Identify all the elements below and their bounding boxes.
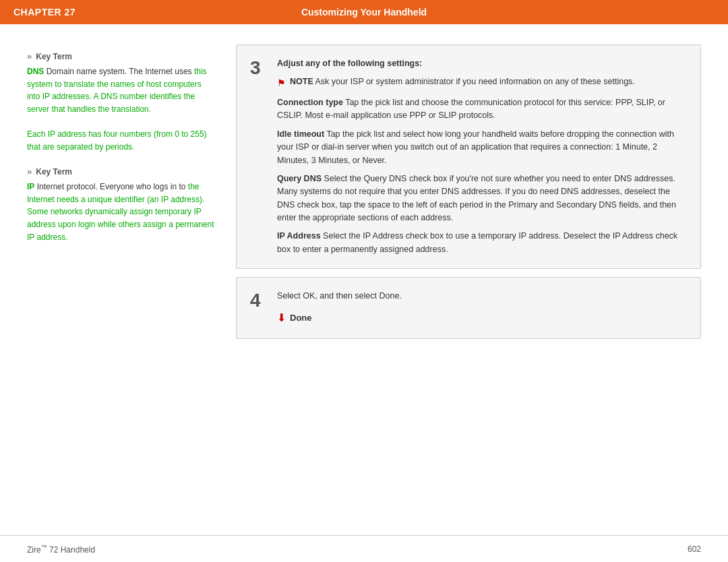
key-term-ip-text: IP Internet protocol. Everyone who logs … — [27, 181, 216, 243]
key-term-label-2: Key Term — [36, 167, 72, 177]
chapter-label: CHAPTER 27 — [13, 7, 75, 18]
step-3-number: 3 — [250, 57, 266, 256]
footer-title-text: Zire™ 72 Handheld — [27, 545, 95, 555]
idle-timeout-para: Idle timeout Tap the pick list and selec… — [277, 128, 687, 167]
key-term-dns-text: DNS Domain name system. The Internet use… — [27, 65, 216, 153]
chapter-title: Customizing Your Handheld — [301, 7, 427, 18]
dns-term: DNS — [27, 67, 44, 76]
step-3-heading-text: Adjust any of the following settings: — [277, 59, 422, 68]
note-body: Ask your ISP or system administrator if … — [315, 77, 635, 86]
ip-term: IP — [27, 182, 34, 191]
dns-definition: Domain name system. The Internet uses th… — [27, 67, 207, 114]
main-content: Key Term DNS Domain name system. The Int… — [0, 24, 728, 535]
query-dns-para: Query DNS Select the Query DNS check box… — [277, 173, 687, 225]
step-4-content: Select OK, and then select Done. ⬇ Done — [277, 290, 687, 326]
ip-highlight: the Internet needs a unique identifier (… — [27, 182, 214, 241]
step-4-number: 4 — [250, 290, 266, 326]
connection-type-para: Connection type Tap the pick list and ch… — [277, 96, 687, 123]
step-3-heading: Adjust any of the following settings: — [277, 57, 687, 70]
ip-definition: Internet protocol. Everyone who logs in … — [27, 182, 214, 241]
note-text: NOTE Ask your ISP or system administrato… — [290, 75, 635, 88]
done-icon: ⬇ — [277, 310, 286, 327]
step-4-text: Select OK, and then select Done. — [277, 290, 687, 303]
footer-page-number: 602 — [688, 544, 701, 554]
sidebar: Key Term DNS Domain name system. The Int… — [27, 44, 216, 522]
dns-highlight: this system to translate the names of ho… — [27, 67, 207, 114]
done-line: ⬇ Done — [277, 310, 687, 327]
done-label: Done — [290, 311, 312, 325]
key-term-label-1: Key Term — [36, 52, 72, 61]
ip-address-para: IP Address Select the IP Address check b… — [277, 230, 687, 256]
query-dns-text: Select the Query DNS check box if you're… — [277, 174, 676, 222]
step-4-block: 4 Select OK, and then select Done. ⬇ Don… — [236, 277, 701, 339]
key-term-header-1: Key Term — [27, 51, 216, 61]
page-footer: Zire™ 72 Handheld 602 — [0, 535, 728, 562]
note-label: NOTE — [290, 77, 313, 86]
step-3-block: 3 Adjust any of the following settings: … — [236, 44, 701, 269]
step-3-content: Adjust any of the following settings: ⚑ … — [277, 57, 687, 256]
note-icon: ⚑ — [277, 76, 286, 91]
page-header: CHAPTER 27 Customizing Your Handheld — [0, 0, 728, 24]
dns-extra: Each IP address has four numbers (from 0… — [27, 129, 207, 152]
content-area: 3 Adjust any of the following settings: … — [236, 44, 701, 522]
query-dns-label: Query DNS — [277, 174, 322, 183]
idle-timeout-label: Idle timeout — [277, 129, 324, 139]
connection-type-label: Connection type — [277, 98, 343, 107]
key-term-dns: Key Term DNS Domain name system. The Int… — [27, 51, 216, 153]
key-term-header-2: Key Term — [27, 166, 216, 177]
footer-title: Zire™ 72 Handheld — [27, 544, 95, 555]
idle-timeout-text: Tap the pick list and select how long yo… — [277, 129, 674, 165]
key-term-ip: Key Term IP Internet protocol. Everyone … — [27, 166, 216, 243]
ip-address-text: Select the IP Address check box to use a… — [277, 231, 677, 253]
ip-address-label: IP Address — [277, 231, 321, 241]
note-paragraph: ⚑ NOTE Ask your ISP or system administra… — [277, 75, 687, 91]
